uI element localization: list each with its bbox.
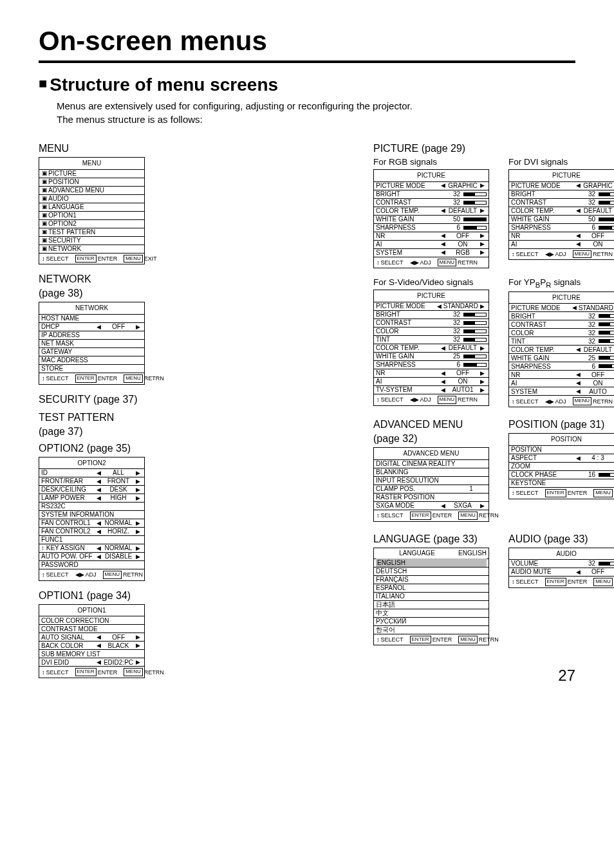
left-arrow-icon[interactable]: ◀ xyxy=(95,494,103,502)
left-arrow-icon[interactable]: ◀ xyxy=(574,207,582,214)
left-arrow-icon[interactable]: ◀ xyxy=(574,568,582,576)
left-arrow-icon[interactable]: ◀ xyxy=(574,240,582,248)
slider-bar[interactable] xyxy=(463,355,487,358)
slider-bar[interactable] xyxy=(463,192,487,196)
left-arrow-icon[interactable]: ◀ xyxy=(439,502,447,510)
right-arrow-icon[interactable]: ▶ xyxy=(134,486,142,494)
left-arrow-icon[interactable]: ◀ xyxy=(574,387,582,395)
right-arrow-icon[interactable]: ▶ xyxy=(134,633,142,641)
left-arrow-icon[interactable]: ◀ xyxy=(439,248,447,256)
right-arrow-icon[interactable]: ▶ xyxy=(134,494,142,502)
language-item[interactable]: 한국어 xyxy=(374,625,488,634)
right-arrow-icon[interactable]: ▶ xyxy=(134,658,142,666)
left-arrow-icon[interactable]: ◀ xyxy=(439,378,447,385)
left-arrow-icon[interactable]: ◀ xyxy=(95,519,103,527)
right-arrow-icon[interactable]: ▶ xyxy=(134,528,142,535)
menu-row-label: TINT xyxy=(511,337,582,346)
left-arrow-icon[interactable]: ◀ xyxy=(435,302,443,310)
left-arrow-icon[interactable]: ◀ xyxy=(574,371,582,378)
main-menu-item[interactable]: ▣OPTION2 xyxy=(39,219,144,228)
right-arrow-icon[interactable]: ▶ xyxy=(478,240,487,248)
right-arrow-icon[interactable]: ▶ xyxy=(478,344,487,352)
slider-bar[interactable] xyxy=(599,339,614,343)
slider-bar[interactable] xyxy=(463,201,487,205)
main-menu-item[interactable]: ▣NETWORK xyxy=(39,245,144,253)
left-arrow-icon[interactable]: ◀ xyxy=(574,181,582,189)
main-menu-item[interactable]: ▣AUDIO xyxy=(39,194,144,203)
slider-bar[interactable] xyxy=(463,313,487,317)
slider-bar[interactable] xyxy=(463,226,487,230)
right-arrow-icon[interactable]: ▶ xyxy=(478,181,487,189)
slider-bar[interactable] xyxy=(599,364,614,368)
slider-bar[interactable] xyxy=(463,363,487,367)
left-arrow-icon[interactable]: ◀ xyxy=(95,642,103,649)
right-arrow-icon[interactable]: ▶ xyxy=(134,469,142,477)
right-arrow-icon[interactable]: ▶ xyxy=(478,369,487,377)
slider-bar[interactable] xyxy=(463,338,487,342)
left-arrow-icon[interactable]: ◀ xyxy=(574,454,582,462)
language-item[interactable]: 日本語 xyxy=(374,600,488,609)
left-arrow-icon[interactable]: ◀ xyxy=(439,181,447,189)
slider-bar[interactable] xyxy=(599,562,614,566)
language-item[interactable]: 中文 xyxy=(374,609,488,617)
right-arrow-icon[interactable]: ▶ xyxy=(478,302,487,310)
slider-bar[interactable] xyxy=(463,217,487,221)
right-arrow-icon[interactable]: ▶ xyxy=(134,323,142,331)
menu-row: DIGITAL CINEMA REALITY xyxy=(374,459,488,468)
left-arrow-icon[interactable]: ◀ xyxy=(439,344,447,352)
slider-bar[interactable] xyxy=(599,226,614,230)
language-item[interactable]: ENGLISH xyxy=(374,559,488,567)
slider-bar[interactable] xyxy=(599,192,614,196)
left-arrow-icon[interactable]: ◀ xyxy=(439,232,447,239)
left-arrow-icon[interactable]: ◀ xyxy=(95,528,103,535)
right-arrow-icon[interactable]: ▶ xyxy=(478,378,487,385)
left-arrow-icon[interactable]: ◀ xyxy=(439,207,447,214)
language-item[interactable]: ITALIANO xyxy=(374,592,488,600)
language-item[interactable]: DEUTSCH xyxy=(374,567,488,575)
right-arrow-icon[interactable]: ▶ xyxy=(134,477,142,485)
slider-bar[interactable] xyxy=(463,321,487,325)
right-arrow-icon[interactable]: ▶ xyxy=(478,232,487,239)
left-arrow-icon[interactable]: ◀ xyxy=(439,369,447,377)
main-menu-item[interactable]: ▣PICTURE xyxy=(39,169,144,178)
right-arrow-icon[interactable]: ▶ xyxy=(478,502,487,510)
left-arrow-icon[interactable]: ◀ xyxy=(95,658,103,666)
main-menu-item[interactable]: ▣ADVANCED MENU xyxy=(39,186,144,194)
slider-bar[interactable] xyxy=(463,329,487,333)
left-arrow-icon[interactable]: ◀ xyxy=(439,240,447,248)
slider-bar[interactable] xyxy=(599,356,614,360)
left-arrow-icon[interactable]: ◀ xyxy=(95,633,103,641)
left-arrow-icon[interactable]: ◀ xyxy=(574,232,582,239)
right-arrow-icon[interactable]: ▶ xyxy=(478,248,487,256)
left-arrow-icon[interactable]: ◀ xyxy=(570,304,579,311)
slider-bar[interactable] xyxy=(599,473,614,477)
left-arrow-icon[interactable]: ◀ xyxy=(95,469,103,477)
main-menu-item[interactable]: ▣POSITION xyxy=(39,178,144,186)
language-item[interactable]: FRANÇAIS xyxy=(374,575,488,584)
left-arrow-icon[interactable]: ◀ xyxy=(95,544,103,552)
right-arrow-icon[interactable]: ▶ xyxy=(134,553,142,560)
slider-bar[interactable] xyxy=(599,322,614,326)
slider-bar[interactable] xyxy=(599,201,614,205)
left-arrow-icon[interactable]: ◀ xyxy=(95,477,103,485)
right-arrow-icon[interactable]: ▶ xyxy=(134,642,142,649)
right-arrow-icon[interactable]: ▶ xyxy=(134,519,142,527)
slider-bar[interactable] xyxy=(599,331,614,335)
right-arrow-icon[interactable]: ▶ xyxy=(478,386,487,394)
main-menu-item[interactable]: ▣SECURITY xyxy=(39,236,144,245)
left-arrow-icon[interactable]: ◀ xyxy=(439,386,447,394)
main-menu-item[interactable]: ▣TEST PATTERN xyxy=(39,228,144,236)
main-menu-item[interactable]: ▣OPTION1 xyxy=(39,211,144,219)
left-arrow-icon[interactable]: ◀ xyxy=(95,323,103,331)
left-arrow-icon[interactable]: ◀ xyxy=(95,486,103,494)
left-arrow-icon[interactable]: ◀ xyxy=(574,346,582,353)
language-item[interactable]: РУССКИЙ xyxy=(374,617,488,625)
right-arrow-icon[interactable]: ▶ xyxy=(478,207,487,214)
left-arrow-icon[interactable]: ◀ xyxy=(574,379,582,387)
slider-bar[interactable] xyxy=(599,314,614,318)
left-arrow-icon[interactable]: ◀ xyxy=(95,553,103,560)
main-menu-item[interactable]: ▣LANGUAGE xyxy=(39,203,144,211)
language-item[interactable]: ESPAÑOL xyxy=(374,584,488,592)
right-arrow-icon[interactable]: ▶ xyxy=(134,544,142,552)
slider-bar[interactable] xyxy=(599,217,614,221)
